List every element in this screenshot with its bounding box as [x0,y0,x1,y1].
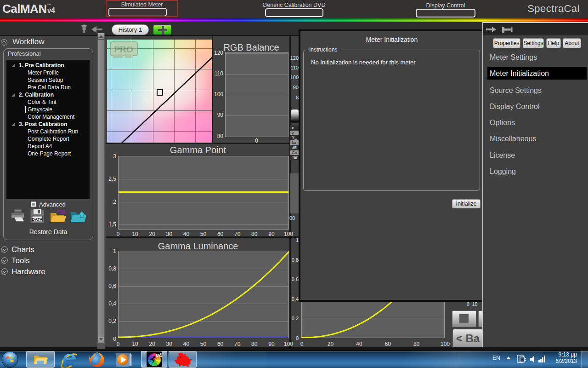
svg-text:PRO: PRO [114,45,133,54]
svg-text:DATA: DATA [32,217,43,222]
svg-text:v4: v4 [156,352,162,359]
